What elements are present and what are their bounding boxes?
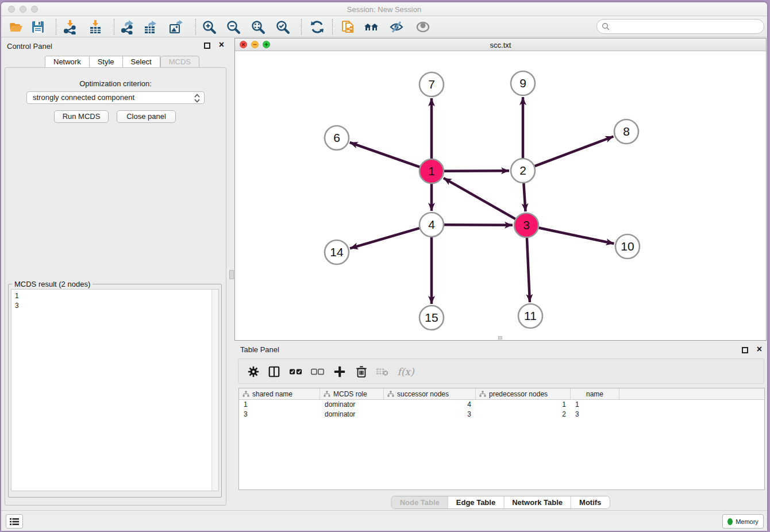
gear-icon[interactable]	[245, 364, 261, 380]
graph-edge-4-14[interactable]	[350, 228, 419, 248]
memory-button[interactable]: Memory	[722, 514, 764, 529]
zoom-selected-icon[interactable]	[275, 19, 291, 35]
svg-text:14: 14	[330, 245, 344, 259]
tab-edge-table[interactable]: Edge Table	[448, 496, 503, 508]
search-box	[596, 19, 764, 34]
save-session-icon[interactable]	[30, 19, 46, 35]
export-network-icon[interactable]	[120, 19, 136, 35]
frame-resize-grip[interactable]	[498, 336, 502, 340]
table-panel-tabs: Node Table Edge Table Network Table Moti…	[391, 496, 610, 509]
apply-layout-icon[interactable]	[309, 19, 325, 35]
select-all-icon[interactable]	[288, 364, 304, 380]
column-header-predecessor-nodes[interactable]: predecessor nodes	[476, 388, 571, 399]
graph-edge-4-3[interactable]	[444, 225, 513, 225]
svg-text:3: 3	[523, 218, 530, 232]
add-column-icon[interactable]	[332, 364, 348, 380]
open-session-icon[interactable]	[8, 19, 24, 35]
export-table-icon[interactable]	[143, 19, 159, 35]
table-panel-title: Table Panel	[240, 345, 279, 354]
first-neighbors-icon[interactable]	[363, 19, 379, 35]
graph-edge-1-2[interactable]	[444, 171, 509, 171]
zoom-out-icon[interactable]	[225, 19, 241, 35]
tab-network-table[interactable]: Network Table	[503, 496, 571, 508]
delete-icon[interactable]	[353, 364, 369, 380]
graph-node-7[interactable]: 7	[419, 72, 444, 97]
graph-node-11[interactable]: 11	[518, 304, 542, 328]
tab-node-table[interactable]: Node Table	[392, 496, 448, 508]
split-columns-icon[interactable]	[266, 364, 282, 380]
import-table-icon[interactable]	[87, 19, 103, 35]
clone-network-icon[interactable]	[340, 19, 356, 35]
graph-node-14[interactable]: 14	[325, 240, 349, 264]
table-row[interactable]: 3 dominator 3 2 3	[239, 410, 764, 419]
search-input[interactable]	[613, 21, 764, 32]
criterion-select[interactable]: strongly connected component	[26, 91, 205, 104]
graph-node-1[interactable]: 1	[419, 159, 444, 183]
table-cell[interactable]: 1	[239, 400, 320, 410]
export-image-icon[interactable]	[168, 19, 184, 35]
network-frame-titlebar: scc.txt	[235, 38, 766, 51]
table-cell[interactable]: 3	[384, 410, 476, 419]
table-cell[interactable]: 2	[476, 410, 571, 419]
show-all-icon[interactable]	[415, 19, 431, 35]
column-header-mcds-role[interactable]: MCDS role	[320, 388, 384, 399]
criterion-value: strongly connected component	[33, 93, 134, 102]
run-mcds-button[interactable]: Run MCDS	[54, 110, 109, 123]
table-panel: Table Panel ×	[234, 342, 767, 510]
graph-node-9[interactable]: 9	[511, 71, 535, 95]
float-panel-icon[interactable]	[204, 43, 210, 49]
table-cell[interactable]: 4	[384, 400, 476, 410]
column-header-name[interactable]: name	[571, 388, 619, 399]
graph-node-4[interactable]: 4	[419, 213, 444, 237]
table-cell[interactable]: 1	[476, 400, 571, 410]
close-table-panel-icon[interactable]: ×	[757, 344, 762, 354]
table-cell[interactable]: 3	[571, 410, 619, 419]
graph-edge-3-1[interactable]	[444, 178, 515, 219]
graph-node-8[interactable]: 8	[614, 119, 638, 144]
tab-motifs[interactable]: Motifs	[571, 496, 609, 508]
column-header-successor-nodes[interactable]: successor nodes	[384, 388, 476, 399]
graph-edge-3-11[interactable]	[527, 238, 530, 302]
tab-network[interactable]: Network	[45, 56, 90, 68]
float-table-panel-icon[interactable]	[742, 347, 748, 353]
table-row[interactable]: 1 dominator 4 1 1	[239, 400, 764, 410]
zoom-in-icon[interactable]	[201, 19, 217, 35]
deselect-all-icon[interactable]	[310, 364, 326, 380]
node-table: shared name MCDS role successor nodes pr…	[238, 388, 765, 490]
toolbar-separator	[56, 19, 56, 35]
delete-table-icon[interactable]	[374, 364, 390, 380]
mcds-result-text[interactable]: 1 3	[11, 289, 219, 491]
svg-text:7: 7	[428, 78, 435, 91]
column-header-shared-name[interactable]: shared name	[239, 388, 320, 399]
column-label: successor nodes	[397, 390, 449, 398]
tab-select[interactable]: Select	[123, 56, 160, 68]
zoom-fit-icon[interactable]	[250, 19, 266, 35]
graph-node-3[interactable]: 3	[514, 213, 538, 237]
graph-node-6[interactable]: 6	[325, 126, 349, 150]
graph-node-15[interactable]: 15	[419, 306, 444, 330]
control-panel-tabs: Network Style Select MCDS	[45, 56, 199, 68]
graph-edge-1-6[interactable]	[350, 142, 420, 167]
table-cell[interactable]: dominator	[320, 410, 384, 419]
panel-splitter-grip[interactable]	[229, 270, 234, 279]
table-cell[interactable]: 3	[239, 410, 320, 419]
window-titlebar: Session: New Session	[1, 2, 767, 16]
import-network-icon[interactable]	[62, 19, 78, 35]
task-history-button[interactable]	[6, 514, 23, 529]
graph-node-2[interactable]: 2	[511, 159, 535, 183]
graph-node-10[interactable]: 10	[615, 234, 640, 259]
table-cell[interactable]: 1	[571, 400, 619, 410]
network-canvas[interactable]: 7968124314101511	[235, 51, 766, 340]
graph-edge-2-3[interactable]	[523, 183, 525, 211]
graph-edge-2-8[interactable]	[535, 136, 614, 166]
hide-selected-icon[interactable]	[388, 19, 405, 35]
function-builder-icon[interactable]: f(x)	[395, 364, 417, 380]
network-frame-title: scc.txt	[235, 41, 766, 49]
result-scrollbar[interactable]	[211, 290, 218, 491]
close-panel-button[interactable]: Close panel	[117, 110, 176, 123]
close-panel-icon[interactable]: ×	[219, 40, 224, 50]
table-cell[interactable]: dominator	[320, 400, 384, 410]
tab-style[interactable]: Style	[90, 56, 123, 68]
graph-edge-3-10[interactable]	[539, 228, 614, 244]
tab-mcds[interactable]: MCDS	[160, 56, 199, 68]
